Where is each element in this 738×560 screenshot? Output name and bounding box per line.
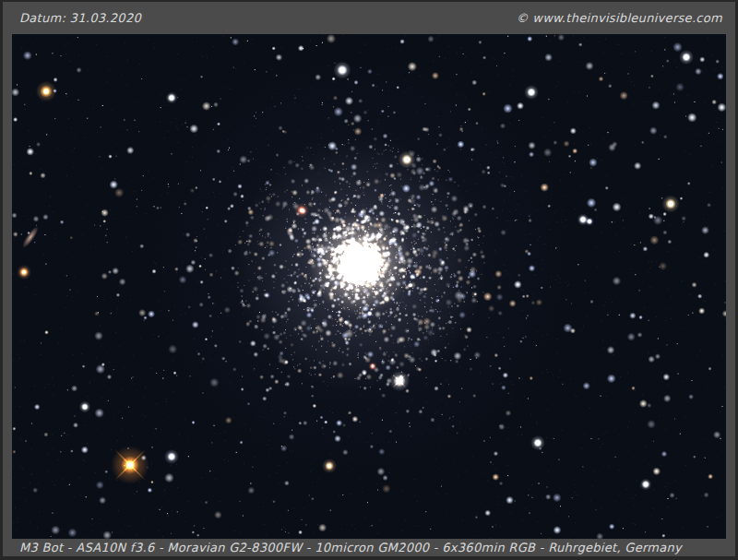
header-band: Datum: 31.03.2020 © www.theinvisibleuniv… xyxy=(19,2,722,34)
caption-label: M3 Bot - ASA10N f3.6 - Moravian G2-8300F… xyxy=(19,541,682,554)
date-label: Datum: 31.03.2020 xyxy=(19,11,141,25)
caption-band: M3 Bot - ASA10N f3.6 - Moravian G2-8300F… xyxy=(19,539,722,556)
credit-label: © www.theinvisibleuniverse.com xyxy=(517,11,723,25)
astrophoto-area xyxy=(12,34,726,539)
photo-frame: Datum: 31.03.2020 © www.theinvisibleuniv… xyxy=(0,0,738,560)
m3-astrophoto xyxy=(12,34,726,539)
